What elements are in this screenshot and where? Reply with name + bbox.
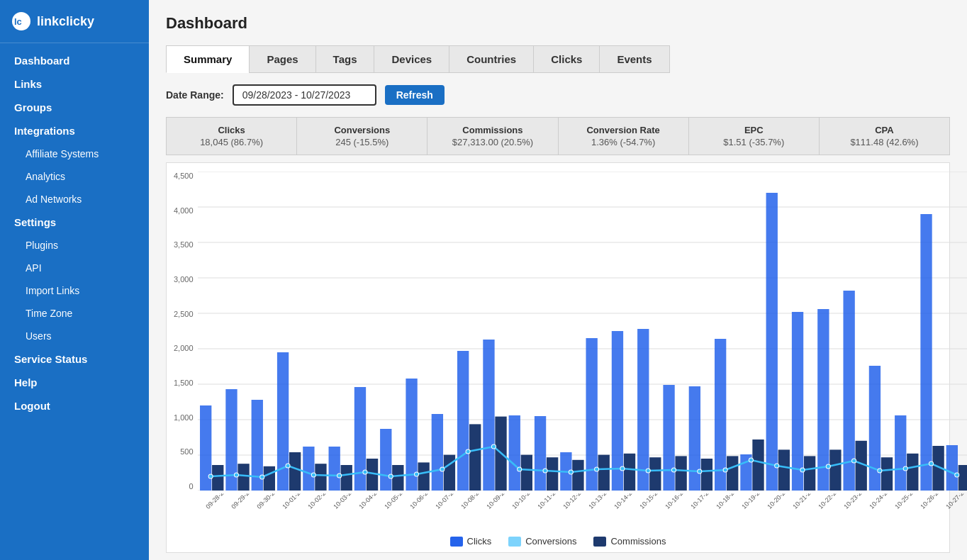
svg-point-87 [594, 467, 598, 471]
sidebar-item-settings[interactable]: Settings [0, 211, 149, 234]
sidebar-item-ad-networks[interactable]: Ad Networks [0, 188, 149, 211]
svg-point-82 [466, 449, 470, 454]
svg-text:lc: lc [14, 16, 22, 27]
date-row: Date Range: Refresh [166, 84, 950, 106]
chart-svg [198, 172, 967, 491]
stat-clicks: Clicks18,045 (86.7%) [167, 118, 297, 155]
svg-rect-63 [752, 439, 764, 491]
stat-conversion-rate: Conversion Rate1.36% (-54.7%) [559, 118, 689, 155]
svg-rect-47 [340, 465, 352, 491]
sidebar-item-time-zone[interactable]: Time Zone [0, 302, 149, 325]
stat-conversions: Conversions245 (-15.5%) [297, 118, 427, 155]
sidebar-item-affiliate-systems[interactable]: Affiliate Systems [0, 142, 149, 165]
logo[interactable]: lc linkclicky [0, 0, 149, 43]
svg-rect-22 [457, 351, 469, 491]
sidebar-item-dashboard[interactable]: Dashboard [0, 49, 149, 72]
svg-rect-16 [303, 447, 314, 491]
svg-point-94 [774, 464, 778, 468]
svg-rect-25 [534, 416, 545, 491]
tab-tags[interactable]: Tags [315, 45, 374, 73]
svg-point-93 [749, 458, 753, 462]
sidebar-item-users[interactable]: Users [0, 325, 149, 347]
svg-rect-64 [778, 449, 789, 491]
svg-rect-31 [688, 386, 700, 491]
svg-rect-18 [354, 387, 365, 491]
svg-rect-17 [328, 447, 340, 491]
svg-rect-71 [958, 465, 967, 491]
svg-rect-46 [315, 464, 326, 491]
svg-point-100 [929, 461, 933, 466]
svg-rect-69 [907, 454, 918, 491]
svg-rect-23 [483, 340, 494, 491]
tab-events[interactable]: Events [599, 45, 669, 73]
logo-text: linkclicky [37, 14, 94, 29]
svg-point-86 [569, 470, 573, 474]
svg-point-76 [311, 473, 315, 477]
svg-point-99 [903, 466, 907, 471]
svg-point-80 [414, 472, 418, 476]
svg-point-96 [826, 464, 830, 469]
sidebar-item-plugins[interactable]: Plugins [0, 234, 149, 257]
svg-rect-41 [946, 445, 957, 491]
svg-point-98 [877, 469, 881, 473]
tab-countries[interactable]: Countries [449, 45, 533, 73]
svg-rect-44 [263, 466, 274, 491]
refresh-button[interactable]: Refresh [385, 85, 445, 105]
sidebar-item-logout[interactable]: Logout [0, 394, 149, 418]
legend-item-clicks: Clicks [450, 536, 492, 547]
date-input[interactable] [233, 84, 376, 106]
sidebar: lc linkclicky DashboardLinksGroupsIntegr… [0, 0, 149, 560]
sidebar-item-service-status[interactable]: Service Status [0, 347, 149, 371]
sidebar-item-api[interactable]: API [0, 257, 149, 279]
page-title: Dashboard [166, 14, 950, 33]
svg-rect-52 [469, 424, 481, 491]
sidebar-item-groups[interactable]: Groups [0, 96, 149, 119]
tab-devices[interactable]: Devices [374, 45, 449, 73]
sidebar-item-analytics[interactable]: Analytics [0, 165, 149, 188]
svg-rect-40 [920, 214, 932, 491]
svg-point-85 [543, 469, 547, 473]
sidebar-item-integrations[interactable]: Integrations [0, 119, 149, 142]
svg-point-90 [671, 468, 676, 472]
chart-legend: ClicksConversionsCommissions [174, 529, 942, 552]
svg-rect-54 [520, 455, 532, 491]
sidebar-item-import-links[interactable]: Import Links [0, 279, 149, 302]
svg-rect-58 [623, 454, 635, 491]
svg-rect-43 [237, 464, 249, 491]
logo-icon: lc [11, 11, 31, 31]
svg-point-92 [723, 468, 727, 472]
svg-rect-45 [289, 452, 301, 491]
tab-pages[interactable]: Pages [249, 45, 315, 73]
y-axis-left: 4,5004,0003,5003,0002,5002,0001,5001,000… [174, 172, 198, 505]
tab-clicks[interactable]: Clicks [533, 45, 599, 73]
svg-point-91 [697, 469, 701, 474]
svg-point-97 [851, 459, 856, 463]
legend-item-commissions: Commissions [593, 536, 666, 547]
stat-commissions: Commissions$27,313.00 (20.5%) [427, 118, 558, 155]
svg-point-73 [234, 473, 238, 477]
chart-container: 4,5004,0003,5003,0002,5002,0001,5001,000… [166, 162, 950, 553]
svg-rect-56 [572, 460, 583, 491]
svg-point-88 [620, 466, 624, 471]
tab-summary[interactable]: Summary [166, 45, 249, 73]
stats-row: Clicks18,045 (86.7%)Conversions245 (-15.… [166, 117, 950, 155]
stat-cpa: CPA$111.48 (42.6%) [820, 118, 949, 155]
svg-rect-35 [791, 312, 803, 491]
sidebar-item-help[interactable]: Help [0, 371, 149, 394]
svg-point-89 [646, 469, 650, 473]
svg-point-95 [800, 468, 805, 472]
chart-svg-wrap: 09-28-2309-29-2309-30-2310-01-2310-02-23… [198, 172, 967, 529]
svg-rect-51 [443, 455, 454, 491]
svg-rect-62 [727, 456, 738, 491]
tabs: SummaryPagesTagsDevicesCountriesClicksEv… [166, 45, 950, 73]
svg-point-101 [954, 473, 958, 477]
svg-rect-49 [392, 465, 403, 491]
svg-point-84 [517, 467, 521, 471]
svg-rect-19 [380, 429, 391, 491]
svg-rect-55 [546, 457, 557, 491]
svg-rect-68 [881, 457, 892, 491]
svg-rect-29 [637, 329, 649, 491]
svg-rect-36 [817, 309, 829, 491]
svg-rect-65 [803, 456, 815, 491]
sidebar-item-links[interactable]: Links [0, 72, 149, 96]
